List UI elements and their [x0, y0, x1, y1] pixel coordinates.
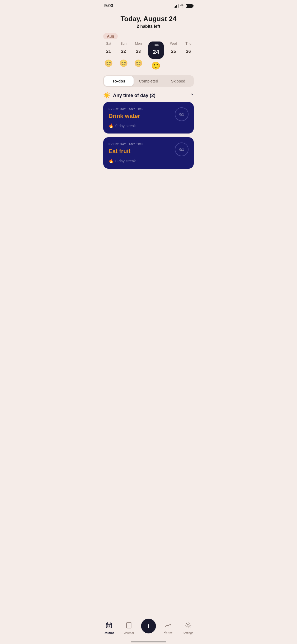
calendar-day-sat21[interactable]: Sat 21 😊	[103, 42, 114, 67]
collapse-icon[interactable]: ⌃	[190, 93, 194, 98]
progress-circle-1: 0/1	[175, 107, 188, 121]
tab-todos[interactable]: To-dos	[104, 76, 134, 86]
fire-icon-2: 🔥	[109, 158, 114, 163]
day-number-23: 23	[133, 47, 143, 57]
habit-streak-text-2: 0-day streak	[115, 159, 136, 163]
calendar-day-wed25[interactable]: Wed 25	[168, 42, 178, 57]
day-number-21: 21	[103, 47, 114, 57]
day-number-24: 24	[151, 47, 161, 57]
day-emoji-sun: 😊	[119, 59, 128, 67]
sun-icon: ☀️	[103, 92, 110, 99]
habits-left-count: 2 habits left	[104, 24, 193, 29]
page-title: Today, August 24	[104, 15, 193, 23]
day-emoji-tue: 🙂	[151, 61, 161, 70]
habit-streak-text-1: 0-day streak	[115, 124, 136, 128]
habit-progress-1[interactable]: 0/1	[175, 107, 188, 121]
tab-section: To-dos Completed Skipped	[99, 70, 198, 90]
habit-progress-2[interactable]: 0/1	[175, 142, 188, 156]
progress-circle-2: 0/1	[175, 142, 188, 156]
day-label-tue: Tue	[153, 43, 159, 47]
habit-streak-1: 🔥 0-day streak	[109, 123, 188, 128]
month-badge: Aug	[103, 33, 118, 39]
battery-icon	[186, 4, 193, 8]
habits-list: EVERY DAY · ANY TIME Drink water 🔥 0-day…	[99, 102, 198, 169]
day-label-mon: Mon	[135, 42, 142, 45]
month-section: Aug	[99, 31, 198, 39]
day-label-wed: Wed	[170, 42, 177, 45]
habit-card-eat-fruit[interactable]: EVERY DAY · ANY TIME Eat fruit 🔥 0-day s…	[103, 137, 194, 169]
day-emoji-mon: 😊	[134, 59, 143, 67]
section-title: ☀️ Any time of day (2)	[103, 92, 155, 99]
day-label-sun: Sun	[120, 42, 126, 45]
tab-bar: To-dos Completed Skipped	[103, 75, 194, 87]
day-number-26: 26	[183, 47, 194, 57]
day-number-22: 22	[119, 47, 129, 57]
fire-icon-1: 🔥	[109, 123, 114, 128]
signal-icon	[174, 4, 178, 8]
section-header: ☀️ Any time of day (2) ⌃	[99, 90, 198, 102]
tab-completed[interactable]: Completed	[134, 76, 163, 86]
calendar-day-tue24[interactable]: Tue 24 🙂	[148, 42, 164, 70]
day-number-25: 25	[168, 47, 178, 57]
calendar-week: Sat 21 😊 Sun 22 😊 Mon 23 😊 Tue 24 🙂 Wed …	[99, 39, 198, 70]
status-bar: 9:03	[99, 0, 198, 11]
day-label-thu: Thu	[186, 42, 191, 45]
calendar-day-mon23[interactable]: Mon 23 😊	[133, 42, 143, 67]
calendar-day-thu26[interactable]: Thu 26	[183, 42, 194, 57]
status-icons	[174, 4, 193, 8]
day-emoji-sat: 😊	[104, 59, 113, 67]
habit-card-drink-water[interactable]: EVERY DAY · ANY TIME Drink water 🔥 0-day…	[103, 102, 194, 134]
day-label-sat: Sat	[106, 42, 111, 45]
habit-streak-2: 🔥 0-day streak	[109, 158, 188, 163]
tab-skipped[interactable]: Skipped	[163, 76, 193, 86]
status-time: 9:03	[104, 3, 113, 8]
calendar-day-sun22[interactable]: Sun 22 😊	[119, 42, 129, 67]
header: Today, August 24 2 habits left	[99, 11, 198, 31]
wifi-icon	[180, 4, 184, 7]
section-title-text: Any time of day (2)	[113, 93, 155, 98]
